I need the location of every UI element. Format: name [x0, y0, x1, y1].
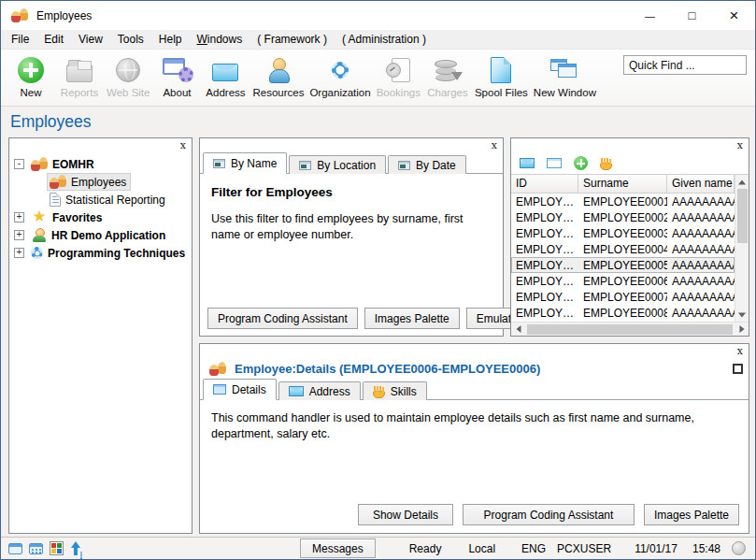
menu-item[interactable]: ( Framework )	[250, 31, 335, 48]
details-tab[interactable]: Skills	[363, 381, 427, 400]
list-toolbar-button[interactable]	[600, 156, 612, 170]
table-row[interactable]: EMPLOYEE0006 EMPLOYEE0006 AAAAAAAAAAAA	[511, 273, 735, 289]
tree-item[interactable]: + HR Demo Application	[14, 226, 190, 244]
table-row[interactable]: EMPLOYEE0004 EMPLOYEE0004 AAAAAAAAAAAA	[511, 241, 735, 257]
filter-button[interactable]: Images Palette	[364, 308, 460, 329]
column-header[interactable]: Surname	[578, 175, 667, 194]
filter-tab[interactable]: By Name	[203, 152, 287, 174]
toolbar-button[interactable]: Organization	[307, 52, 373, 98]
title-bar: Employees — □ ×	[1, 1, 755, 30]
tree-item[interactable]: + Programming Techniques	[14, 244, 190, 262]
people-icon	[50, 175, 66, 189]
table-row[interactable]: EMPLOYEE0007 EMPLOYEE0007 AAAAAAAAAAAA	[511, 289, 735, 305]
filter-button[interactable]: Program Coding Assistant	[207, 308, 358, 329]
maximize-panel-icon[interactable]	[733, 364, 743, 374]
vertical-scrollbar[interactable]	[735, 175, 749, 322]
window-grid-icon	[29, 543, 43, 554]
navigation-tree: - EOMHR Employees	[9, 152, 192, 262]
scroll-right-icon[interactable]	[735, 323, 749, 337]
tab-label: By Name	[231, 157, 277, 170]
table-header: ID Surname Given name	[511, 175, 735, 194]
tree-expander-icon[interactable]: -	[14, 159, 24, 169]
toolbar-button[interactable]: Web Site	[104, 52, 152, 98]
statusbar-button[interactable]	[8, 543, 22, 554]
tree-item[interactable]: Statistical Reporting	[14, 191, 190, 208]
toolbar-button-label: Spool Files	[475, 87, 528, 98]
scrollbar-thumb[interactable]	[527, 324, 733, 335]
table-row[interactable]: EMPLOYEE0003 EMPLOYEE0003 AAAAAAAAAAAA	[511, 225, 735, 241]
close-panel-icon[interactable]: x	[735, 140, 745, 151]
close-panel-icon[interactable]: x	[178, 140, 188, 151]
star-icon	[31, 210, 48, 224]
maximize-button[interactable]: □	[671, 1, 713, 30]
close-button[interactable]: ×	[713, 1, 755, 30]
statusbar-button[interactable]	[70, 541, 85, 555]
form-window-icon	[547, 158, 562, 168]
details-button[interactable]: Show Details	[358, 504, 453, 525]
table-body: EMPLOYEE0001 EMPLOYEE0001 AAAAAAAAAAAA E…	[511, 194, 735, 322]
tab-form-icon	[299, 161, 311, 170]
address-icon	[212, 64, 238, 81]
tree-expander-icon[interactable]: +	[14, 248, 24, 258]
list-toolbar-button[interactable]	[520, 158, 535, 168]
tree-expander-icon[interactable]: +	[14, 212, 24, 223]
toolbar-button-label: New Window	[534, 87, 596, 98]
toolbar-button[interactable]: About	[152, 52, 201, 98]
toolbar-button[interactable]: New Window	[531, 52, 599, 98]
menu-item[interactable]: Tools	[110, 31, 151, 48]
column-header[interactable]: ID	[511, 175, 578, 194]
details-tab[interactable]: Details	[203, 379, 277, 400]
table-row[interactable]: EMPLOYEE0002 EMPLOYEE0002 AAAAAAAAAAAA	[511, 209, 735, 225]
toolbar-button[interactable]: New	[7, 52, 55, 98]
details-button[interactable]: Program Coding Assistant	[463, 504, 635, 525]
toolbar-button[interactable]: Address	[201, 52, 250, 98]
menu-item[interactable]: ( Administration )	[335, 31, 434, 48]
statusbar-button[interactable]	[29, 543, 43, 554]
menu-item[interactable]: View	[71, 31, 110, 48]
close-panel-icon[interactable]: x	[490, 140, 499, 151]
tree-item[interactable]: - EOMHR	[14, 155, 190, 173]
cell-surname: EMPLOYEE0001	[578, 195, 667, 208]
list-toolbar-button[interactable]	[547, 158, 562, 168]
scrollbar-thumb[interactable]	[737, 189, 748, 243]
close-panel-icon[interactable]: x	[735, 346, 745, 356]
tree-expander-icon[interactable]: +	[14, 230, 24, 240]
toolbar-button[interactable]: Bookings	[374, 52, 423, 98]
cell-given-name: AAAAAAAAAAAA	[667, 275, 735, 288]
toolbar-button[interactable]: Reports	[55, 52, 104, 98]
cell-given-name: AAAAAAAAAAAA	[667, 243, 735, 256]
menu-item[interactable]: Help	[151, 31, 190, 48]
cell-surname: EMPLOYEE0002	[578, 211, 667, 224]
column-header[interactable]: Given name	[667, 175, 735, 194]
scroll-left-icon[interactable]	[511, 323, 525, 337]
toolbar-button[interactable]: Spool Files	[472, 52, 531, 98]
filter-buttons: Program Coding Assistant Images Palette …	[200, 308, 503, 336]
horizontal-scrollbar[interactable]	[511, 322, 749, 336]
details-button[interactable]: Images Palette	[644, 504, 739, 525]
menu-item[interactable]: File	[4, 31, 36, 48]
table-row[interactable]: EMPLOYEE0005 EMPLOYEE0005 AAAAAAAAAAAA	[511, 257, 735, 273]
scroll-down-icon[interactable]	[735, 308, 749, 322]
statusbar-button[interactable]	[50, 541, 64, 555]
menu-item[interactable]: Edit	[36, 31, 71, 48]
filter-tab[interactable]: By Date	[388, 155, 466, 174]
quick-find-input[interactable]	[623, 55, 747, 75]
table-row[interactable]: EMPLOYEE0008 EMPLOYEE0008 AAAAAAAAAAAA	[511, 305, 735, 321]
filter-tab[interactable]: By Location	[289, 155, 386, 174]
menu-item[interactable]: Windows	[190, 31, 250, 48]
cell-id: EMPLOYEE0006	[511, 275, 578, 288]
hand-icon	[373, 391, 385, 398]
toolbar-button[interactable]: Resources	[250, 52, 307, 98]
minimize-button[interactable]: —	[629, 1, 671, 30]
details-buttons: Show Details Program Coding Assistant Im…	[200, 504, 749, 533]
color-grid-icon	[50, 541, 64, 555]
toolbar-button-label: Reports	[61, 87, 98, 98]
table-row[interactable]: EMPLOYEE0001 EMPLOYEE0001 AAAAAAAAAAAA	[511, 194, 735, 209]
messages-button[interactable]: Messages	[300, 538, 376, 558]
tree-item[interactable]: Employees	[14, 173, 190, 191]
scroll-up-icon[interactable]	[735, 175, 749, 189]
list-toolbar-button[interactable]	[574, 156, 588, 170]
toolbar-button[interactable]: Charges	[423, 52, 472, 98]
details-tab[interactable]: Address	[278, 381, 361, 400]
tree-item[interactable]: + Favorites	[14, 208, 190, 226]
